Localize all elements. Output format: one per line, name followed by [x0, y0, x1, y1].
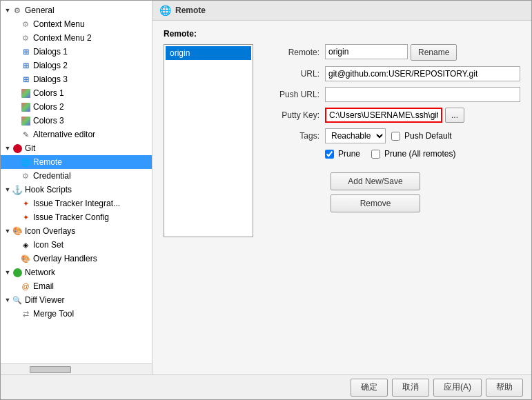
putty-key-label: Putty Key:	[264, 110, 319, 120]
diff-viewer-icon: 🔍	[12, 294, 23, 306]
cancel-button[interactable]: 取消	[392, 379, 429, 397]
icon-overlays-icon: 🎨	[12, 226, 23, 237]
remove-button[interactable]: Remove	[331, 194, 420, 212]
right-title: Remote	[175, 6, 206, 15]
expand-overlays[interactable]: ▼	[3, 227, 12, 235]
prune-checkbox[interactable]	[325, 150, 334, 159]
remote-input-group: Rename	[325, 44, 520, 61]
sidebar-item-colors-1[interactable]: Colors 1	[1, 86, 152, 100]
prune-all-checkbox-label[interactable]: Prune (All remotes)	[371, 149, 455, 159]
icon-set-icon: ◈	[20, 239, 31, 250]
overlay-handlers-icon: 🎨	[20, 253, 31, 264]
tags-select[interactable]: Reachable All None	[325, 128, 386, 143]
remote-input[interactable]	[325, 44, 408, 59]
prune-row: Prune Prune (All remotes)	[264, 149, 520, 159]
sidebar-label-alt-editor: Alternative editor	[33, 130, 95, 139]
prune-checkbox-label[interactable]: Prune	[325, 149, 360, 159]
tree-area[interactable]: ▼ ⚙ General ⚙ Context Menu ⚙ Context Men…	[1, 1, 152, 363]
sidebar-item-overlay-handlers[interactable]: 🎨 Overlay Handlers	[1, 252, 152, 266]
main-window: ▼ ⚙ General ⚙ Context Menu ⚙ Context Men…	[0, 0, 532, 400]
sidebar-item-hook-scripts[interactable]: ▼ ⚓ Hook Scripts	[1, 183, 152, 197]
tags-field-row: Tags: Reachable All None Push Default	[264, 128, 520, 143]
push-default-checkbox-label[interactable]: Push Default	[391, 131, 452, 141]
url-field-label: URL:	[264, 69, 319, 79]
sidebar-item-context-menu[interactable]: ⚙ Context Menu	[1, 17, 152, 31]
sidebar-label-dialogs-2: Dialogs 2	[33, 61, 68, 70]
expand-network[interactable]: ▼	[3, 268, 12, 277]
sidebar-item-git[interactable]: ▼ Git	[1, 141, 152, 155]
putty-key-field-row: Putty Key: ...	[264, 108, 520, 123]
scrollbar-thumb[interactable]	[30, 366, 71, 373]
prune-options-row: Prune Prune (All remotes)	[325, 149, 455, 159]
sidebar-label-icon-set: Icon Set	[33, 240, 63, 250]
sidebar-item-context-menu-2[interactable]: ⚙ Context Menu 2	[1, 31, 152, 45]
sidebar-item-network[interactable]: ▼ Network	[1, 266, 152, 279]
right-content: Remote: origin Remote:	[152, 21, 531, 374]
sidebar-label-git: Git	[25, 143, 35, 153]
tags-row: Reachable All None Push Default	[325, 128, 452, 143]
url-input[interactable]	[325, 66, 520, 81]
sidebar-item-email[interactable]: @ Email	[1, 279, 152, 293]
content-area: ▼ ⚙ General ⚙ Context Menu ⚙ Context Men…	[1, 1, 531, 374]
push-url-input[interactable]	[325, 87, 520, 102]
sidebar-item-dialogs-1[interactable]: ⊞ Dialogs 1	[1, 45, 152, 59]
add-save-button[interactable]: Add New/Save	[331, 172, 420, 190]
expand-general[interactable]: ▼	[3, 6, 12, 14]
remote-list[interactable]: origin	[164, 44, 253, 237]
sidebar-item-remote[interactable]: 🌐 Remote	[1, 155, 152, 169]
sidebar-item-general[interactable]: ▼ ⚙ General	[1, 3, 152, 17]
hook-icon: ⚓	[12, 184, 23, 195]
sidebar-label-issue-tracker-config: Issue Tracker Config	[33, 212, 109, 222]
sidebar-label-colors-3: Colors 3	[33, 116, 64, 126]
rename-button[interactable]: Rename	[411, 44, 457, 61]
sidebar-item-colors-2[interactable]: Colors 2	[1, 100, 152, 114]
bottom-bar: 确定 取消 应用(A) 帮助	[1, 374, 531, 399]
sidebar-item-alt-editor[interactable]: ✎ Alternative editor	[1, 128, 152, 141]
right-panel: 🌐 Remote Remote: origin	[152, 1, 531, 374]
sidebar-item-icon-set[interactable]: ◈ Icon Set	[1, 238, 152, 252]
remote-field-row: Remote: Rename	[264, 44, 520, 61]
colors-2-icon	[20, 101, 31, 112]
sidebar-label-email: Email	[33, 281, 54, 291]
help-button[interactable]: 帮助	[486, 379, 523, 397]
browse-putty-button[interactable]: ...	[445, 108, 464, 123]
general-icon: ⚙	[12, 5, 23, 16]
putty-key-input[interactable]	[325, 108, 442, 123]
sidebar-item-merge-tool[interactable]: ⇄ Merge Tool	[1, 307, 152, 321]
expand-git[interactable]: ▼	[3, 144, 12, 152]
sidebar-item-icon-overlays[interactable]: ▼ 🎨 Icon Overlays	[1, 224, 152, 238]
action-buttons: Add New/Save Remove	[264, 172, 520, 212]
sidebar-label-context-menu: Context Menu	[33, 19, 85, 29]
sidebar-label-colors-1: Colors 1	[33, 88, 64, 98]
push-default-label: Push Default	[404, 131, 452, 141]
issue-tracker-integ-icon: ✦	[20, 198, 31, 209]
remote-list-item-origin[interactable]: origin	[166, 46, 251, 60]
remote-list-area: origin Remote: Rename	[164, 44, 520, 237]
sidebar-item-issue-tracker-config[interactable]: ✦ Issue Tracker Config	[1, 210, 152, 224]
confirm-button[interactable]: 确定	[351, 379, 388, 397]
expand-diff[interactable]: ▼	[3, 296, 12, 304]
left-panel: ▼ ⚙ General ⚙ Context Menu ⚙ Context Men…	[1, 1, 152, 374]
colors-1-icon	[20, 88, 31, 99]
network-icon	[12, 267, 23, 278]
sidebar-item-dialogs-2[interactable]: ⊞ Dialogs 2	[1, 59, 152, 72]
horizontal-scrollbar[interactable]	[1, 363, 152, 374]
sidebar-label-dialogs-3: Dialogs 3	[33, 74, 68, 84]
expand-hook[interactable]: ▼	[3, 186, 12, 194]
sidebar-item-credential[interactable]: ⚙ Credential	[1, 169, 152, 183]
sidebar-item-colors-3[interactable]: Colors 3	[1, 114, 152, 128]
sidebar-label-diff-viewer: Diff Viewer	[25, 295, 65, 305]
sidebar-item-issue-tracker-integ[interactable]: ✦ Issue Tracker Integrat...	[1, 197, 152, 210]
sidebar-label-merge-tool: Merge Tool	[33, 309, 74, 319]
sidebar-item-diff-viewer[interactable]: ▼ 🔍 Diff Viewer	[1, 293, 152, 307]
push-default-checkbox[interactable]	[391, 132, 400, 141]
sidebar-label-network: Network	[25, 268, 55, 277]
header-globe-icon: 🌐	[159, 5, 171, 16]
remote-list-label: Remote:	[164, 29, 520, 39]
push-url-label: Push URL:	[264, 90, 319, 99]
alt-editor-icon: ✎	[20, 129, 31, 140]
apply-button[interactable]: 应用(A)	[433, 379, 482, 397]
prune-all-checkbox[interactable]	[371, 150, 380, 159]
sidebar-item-dialogs-3[interactable]: ⊞ Dialogs 3	[1, 72, 152, 86]
issue-tracker-config-icon: ✦	[20, 212, 31, 223]
